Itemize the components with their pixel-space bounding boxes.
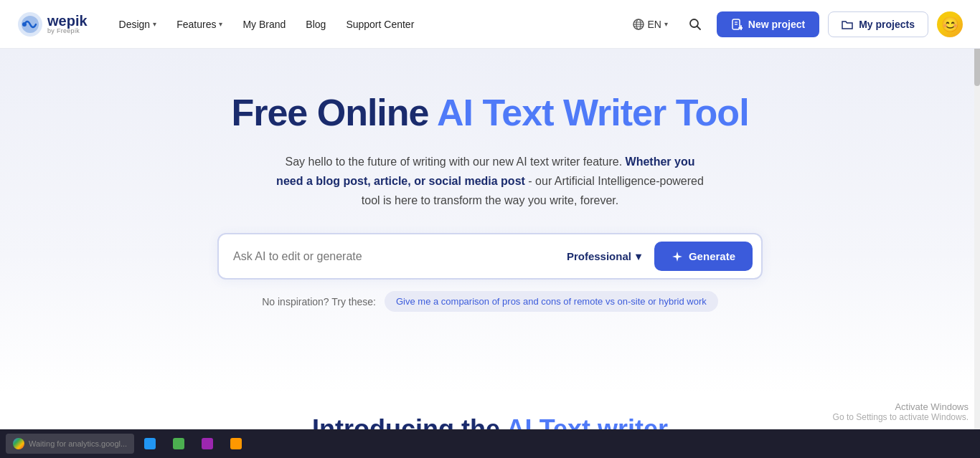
chevron-down-icon: ▾	[636, 250, 641, 263]
suggestion-chip-0[interactable]: Give me a comparison of pros and cons of…	[385, 291, 718, 312]
taskbar-browser-item[interactable]: Waiting for analytics.googl...	[6, 434, 134, 444]
nav-links: Design ▾ Features ▾ My Brand Blog Suppor…	[110, 13, 628, 36]
ai-input-box: Professional ▾ Generate	[217, 233, 763, 280]
taskbar-icon-purple	[202, 438, 213, 444]
taskbar-item-3[interactable]	[194, 434, 220, 444]
language-selector[interactable]: EN ▾	[627, 14, 673, 34]
tone-selector[interactable]: Professional ▾	[560, 246, 649, 267]
logo-wepik-label: wepik	[47, 14, 88, 28]
sparkle-icon	[672, 251, 683, 262]
logo-text: wepik by Freepik	[47, 14, 88, 34]
nav-right: EN ▾ New project My projects	[627, 11, 963, 37]
navbar: wepik by Freepik Design ▾ Features ▾ My …	[0, 0, 980, 49]
generate-button[interactable]: Generate	[654, 242, 753, 271]
search-icon	[689, 18, 702, 31]
my-projects-button[interactable]: My projects	[828, 11, 928, 37]
nav-design[interactable]: Design ▾	[110, 13, 166, 36]
new-project-button[interactable]: New project	[717, 11, 819, 37]
chevron-down-icon: ▾	[219, 20, 222, 28]
logo[interactable]: wepik by Freepik	[17, 11, 88, 37]
globe-icon	[633, 19, 644, 30]
svg-line-9	[697, 26, 700, 29]
taskbar: Waiting for analytics.googl...	[0, 429, 980, 444]
nav-features[interactable]: Features ▾	[168, 13, 231, 36]
nav-support[interactable]: Support Center	[337, 13, 423, 36]
suggestion-area: No inspiration? Try these: Give me a com…	[14, 291, 966, 312]
logo-byfreepik-label: by Freepik	[47, 28, 88, 34]
avatar[interactable]: 😊	[937, 11, 963, 37]
taskbar-item-2[interactable]	[166, 434, 192, 444]
document-icon	[731, 19, 743, 30]
ai-text-input[interactable]	[233, 250, 560, 263]
taskbar-icon-orange	[230, 438, 242, 444]
hero-subtitle: Say hello to the future of writing with …	[275, 152, 705, 211]
suggestion-label: No inspiration? Try these:	[262, 296, 376, 307]
taskbar-item-1[interactable]	[137, 434, 163, 444]
logo-icon	[17, 11, 43, 37]
folder-icon	[842, 19, 853, 30]
hero-title: Free Online AI Text Writer Tool	[14, 92, 966, 135]
taskbar-icon-blue	[144, 438, 156, 444]
lang-chevron-icon: ▾	[664, 20, 668, 28]
nav-blog[interactable]: Blog	[297, 13, 334, 36]
taskbar-item-4[interactable]	[223, 434, 249, 444]
svg-point-2	[22, 22, 27, 27]
browser-icon	[13, 438, 24, 444]
nav-mybrand[interactable]: My Brand	[234, 13, 294, 36]
scrollbar-track[interactable]	[974, 0, 980, 444]
chevron-down-icon: ▾	[153, 20, 156, 28]
search-button[interactable]	[682, 11, 708, 37]
taskbar-icon-green	[173, 438, 184, 444]
hero-section: Free Online AI Text Writer Tool Say hell…	[0, 49, 980, 393]
